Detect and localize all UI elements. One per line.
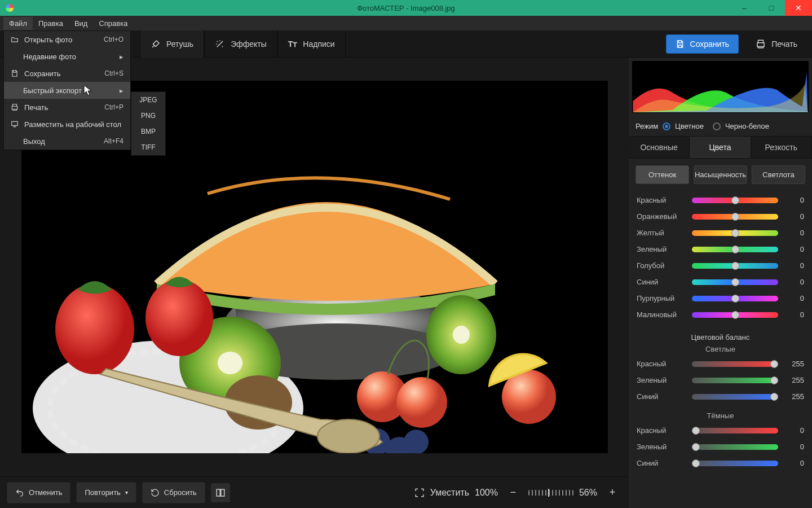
slider-track[interactable]: [692, 214, 778, 220]
slider-knob[interactable]: [731, 262, 739, 270]
slider-track[interactable]: [692, 279, 778, 285]
slider-track[interactable]: [692, 378, 778, 383]
slider-track[interactable]: [692, 394, 778, 400]
tab-captions[interactable]: Tᴛ Надписи: [277, 30, 346, 58]
maximize-button[interactable]: □: [758, 0, 785, 16]
file-menu-item-3[interactable]: Быстрый экспорт▸: [4, 82, 130, 99]
slider-track[interactable]: [692, 198, 778, 203]
slider-row: Пурпурный0: [637, 290, 804, 306]
balance-title: Цветовой баланс: [629, 333, 812, 341]
zoom-track[interactable]: [528, 490, 573, 496]
slider-value: 0: [782, 196, 804, 204]
slider-track[interactable]: [692, 461, 778, 466]
chevron-right-icon: ▸: [120, 52, 123, 61]
file-dropdown: Открыть фотоCtrl+OНедавние фото▸Сохранит…: [3, 30, 131, 150]
close-button[interactable]: ✕: [785, 0, 812, 16]
slider-label: Синий: [637, 392, 689, 401]
minimize-button[interactable]: –: [731, 0, 758, 16]
slider-value: 0: [782, 310, 804, 319]
file-menu-item-6[interactable]: ВыходAlt+F4: [4, 133, 130, 150]
slider-knob[interactable]: [692, 443, 700, 451]
svg-point-19: [404, 430, 429, 453]
slider-knob[interactable]: [692, 427, 700, 435]
zoom-in-button[interactable]: +: [603, 483, 622, 502]
slider-track[interactable]: [692, 444, 778, 450]
slider-row: Синий0: [637, 455, 804, 471]
zoom-out-button[interactable]: −: [504, 483, 523, 502]
slider-knob[interactable]: [731, 213, 739, 221]
slider-knob[interactable]: [770, 376, 778, 384]
mode-opt-color[interactable]: Цветное: [675, 122, 704, 130]
save-button[interactable]: Сохранить: [666, 34, 739, 54]
slider-label: Голубой: [637, 261, 689, 270]
window-title: ФотоМАСТЕР - Image008.jpg: [357, 4, 455, 12]
file-menu-item-1[interactable]: Недавние фото▸: [4, 48, 130, 65]
slider-row: Зеленый0: [637, 241, 804, 257]
slider-track[interactable]: [692, 361, 778, 367]
slider-label: Зеленый: [637, 376, 689, 384]
slider-value: 0: [782, 459, 804, 467]
hue-sliders: Красный0Оранжевый0Желтый0Зеленый0Голубой…: [629, 191, 812, 329]
undo-button[interactable]: Отменить: [7, 482, 70, 503]
titlebar: ФотоМАСТЕР - Image008.jpg – □ ✕: [0, 0, 812, 16]
slider-track[interactable]: [692, 312, 778, 318]
export-format-jpeg[interactable]: JPEG: [131, 92, 165, 108]
slider-knob[interactable]: [731, 311, 739, 319]
file-menu-item-0[interactable]: Открыть фотоCtrl+O: [4, 31, 130, 48]
svg-point-13: [145, 279, 213, 356]
menu-edit[interactable]: Правка: [33, 17, 69, 30]
mode-opt-bw[interactable]: Черно-белое: [725, 122, 769, 130]
slider-knob[interactable]: [770, 393, 778, 401]
subtab-sharpness[interactable]: Резкость: [751, 137, 812, 158]
menu-file[interactable]: Файл: [3, 17, 33, 30]
slider-knob[interactable]: [731, 278, 739, 286]
radio-color[interactable]: [663, 122, 670, 130]
svg-point-15: [396, 377, 447, 428]
side-tabs: Основные Цвета Резкость: [629, 136, 812, 159]
pill-hue[interactable]: Оттенок: [636, 165, 689, 184]
slider-track[interactable]: [692, 230, 778, 236]
redo-button[interactable]: Повторить ▾: [76, 482, 136, 503]
dark-sliders: Красный0Зеленый0Синий0: [629, 421, 812, 477]
file-menu-item-2[interactable]: СохранитьCtrl+S: [4, 65, 130, 82]
minus-icon: −: [510, 487, 517, 498]
zoom-100[interactable]: 100%: [475, 488, 498, 498]
radio-bw[interactable]: [713, 122, 721, 130]
pill-lightness[interactable]: Светлота: [752, 165, 805, 184]
export-format-bmp[interactable]: BMP: [131, 124, 165, 139]
slider-row: Красный0: [637, 192, 804, 208]
menu-help[interactable]: Справка: [93, 17, 133, 30]
subtab-basic[interactable]: Основные: [629, 137, 690, 158]
slider-track[interactable]: [692, 428, 778, 433]
file-menu-item-4[interactable]: ПечатьCtrl+P: [4, 99, 130, 116]
slider-knob[interactable]: [731, 229, 739, 237]
slider-knob[interactable]: [692, 459, 700, 467]
pill-saturation[interactable]: Насыщенность: [694, 165, 747, 184]
slider-track[interactable]: [692, 296, 778, 301]
slider-knob[interactable]: [731, 196, 739, 204]
slider-row: Оранжевый0: [637, 208, 804, 225]
print-button[interactable]: Печать: [747, 34, 806, 54]
slider-track[interactable]: [692, 263, 778, 269]
slider-knob[interactable]: [731, 295, 739, 303]
plus-icon: +: [610, 487, 616, 498]
app-logo-icon: [6, 4, 14, 12]
slider-knob[interactable]: [731, 246, 739, 253]
darks-title: Тёмные: [629, 411, 812, 420]
menu-view[interactable]: Вид: [69, 17, 94, 30]
export-format-png[interactable]: PNG: [131, 108, 165, 124]
slider-label: Синий: [637, 459, 689, 467]
tab-retouch[interactable]: Ретушь: [140, 30, 204, 58]
compare-button[interactable]: [211, 483, 230, 502]
export-format-tiff[interactable]: TIFF: [131, 139, 165, 155]
subtab-colors[interactable]: Цвета: [690, 137, 751, 158]
reset-button[interactable]: Сбросить: [142, 482, 205, 503]
file-menu-item-5[interactable]: Разместить на рабочий стол: [4, 116, 130, 133]
fit-button[interactable]: Уместить: [430, 488, 469, 498]
slider-value: 255: [782, 376, 804, 384]
light-sliders: Красный255Зеленый255Синий255: [629, 354, 812, 410]
slider-knob[interactable]: [770, 360, 778, 368]
slider-track[interactable]: [692, 247, 778, 252]
tab-effects[interactable]: Эффекты: [204, 30, 277, 58]
save-icon: [11, 69, 19, 77]
